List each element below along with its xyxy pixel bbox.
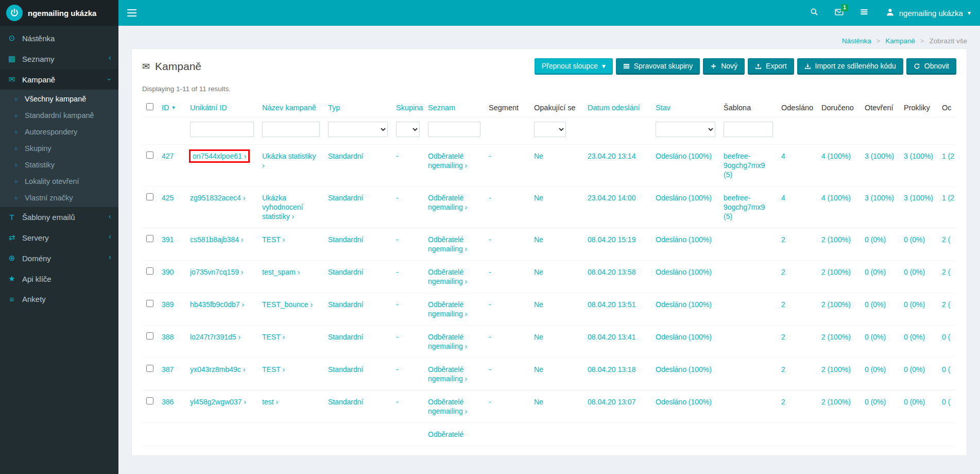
row-checkbox[interactable] <box>146 151 153 159</box>
row-checkbox[interactable] <box>146 267 153 275</box>
link-nazev[interactable]: TEST_bounce › <box>262 300 313 309</box>
column-header-opak: Opakující se <box>530 96 583 117</box>
novy-button[interactable]: Nový <box>703 58 745 75</box>
filter-input-nazev[interactable] <box>262 122 320 137</box>
cell-id: 427 <box>158 145 186 187</box>
table-row: 425zg951832acec4 ›Ukázka vyhodnocení sta… <box>142 187 956 228</box>
sidebar-item-ankety[interactable]: ≡Ankety <box>0 289 118 309</box>
link-nazev[interactable]: TEST › <box>262 333 285 341</box>
link-seznam[interactable]: Odběratelé ngemailing › <box>428 333 467 350</box>
link-nazev[interactable]: test › <box>262 398 278 406</box>
link-nazev[interactable]: TEST › <box>262 235 285 244</box>
sidebar-nav: ⊙Nástěnka▦Seznamy›✉Kampaně›○Všechny kamp… <box>0 26 118 309</box>
sidebar-item-seznamy[interactable]: ▦Seznamy› <box>0 48 118 69</box>
link-seznam[interactable]: Odběratelé ngemailing › <box>428 300 467 318</box>
link-uid[interactable]: lo247t7r391d5 › <box>190 333 240 341</box>
sidebar-item-domeny[interactable]: ⊕Domény› <box>0 248 118 268</box>
link-uid[interactable]: hb435fb9c0db7 › <box>190 300 244 309</box>
table-row: 389hb435fb9c0db7 ›TEST_bounce ›Standardn… <box>142 293 956 326</box>
link-seznam[interactable]: Odběratelé ngemailing › <box>428 235 467 253</box>
link-uid[interactable]: jo735vn7cq159 › <box>190 268 244 276</box>
sidebar-item-nastenka[interactable]: ⊙Nástěnka <box>0 28 118 48</box>
link-nazev[interactable]: Ukázka vyhodnocení statistiky › <box>262 194 303 221</box>
breadcrumb-link-nastenka[interactable]: Nástěnka <box>842 37 871 45</box>
filter-cell-typ <box>324 117 392 145</box>
filter-select-stav[interactable] <box>656 122 715 137</box>
sidebar-subitem-vlastni-znacky[interactable]: ○Vlastní značky <box>0 190 118 206</box>
user-menu[interactable]: ngemailing ukázka ▾ <box>876 0 980 26</box>
sidebar-subitem-statistiky[interactable]: ○Statistiky <box>0 157 118 173</box>
prepnout-sloupce-button[interactable]: Přepnout sloupce▾ <box>535 58 613 75</box>
cell-opak: Ne <box>530 228 583 261</box>
cell-seznam: Odběratelé ngemailing › <box>424 293 485 326</box>
link-seznam[interactable]: Odběratelé ngemailing › <box>428 268 467 285</box>
cell-stav: Odesláno (100%) <box>651 145 719 187</box>
column-header-datum[interactable]: Datum odeslání <box>583 96 651 117</box>
filter-select-typ[interactable] <box>328 122 388 137</box>
chevron-left-icon: › <box>109 234 111 241</box>
sidebar-subitem-autorespondery[interactable]: ○Autorespondery <box>0 124 118 140</box>
link-nazev[interactable]: test_spam › <box>262 268 300 276</box>
cell-stav: Odesláno (100%) <box>651 391 719 423</box>
select-all-checkbox[interactable] <box>146 103 153 110</box>
row-checkbox[interactable] <box>146 365 153 372</box>
messages-button[interactable]: 1 <box>827 0 852 26</box>
spravovat-skupiny-button[interactable]: Spravovat skupiny <box>616 58 700 75</box>
export-button[interactable]: Export <box>748 58 794 75</box>
text-oc: 1 (2 <box>942 194 954 202</box>
column-header-uid[interactable]: Unikátní ID <box>186 96 258 117</box>
sidebar-subitem-vsechny-kampane[interactable]: ○Všechny kampaně <box>0 91 118 107</box>
sidebar-item-sablony-emailu[interactable]: TŠablony emailů› <box>0 207 118 227</box>
row-checkbox[interactable] <box>146 300 153 307</box>
link-seznam[interactable]: Odběratelé ngemailing › <box>428 398 467 415</box>
filter-select-skupina[interactable] <box>396 122 420 137</box>
link-sablona[interactable]: beefree-9ogchg7mx9 (5) <box>724 152 765 179</box>
column-header-sablona: Šablona <box>719 96 777 117</box>
search-button[interactable] <box>802 0 827 26</box>
sidebar-subitem-lokality-otevreni[interactable]: ○Lokality otevření <box>0 173 118 190</box>
column-header-stav[interactable]: Stav <box>651 96 719 117</box>
sidebar-toggle-button[interactable] <box>118 0 145 26</box>
sidebar-item-kampane[interactable]: ✉Kampaně› <box>0 69 118 90</box>
link-seznam[interactable]: Odběratelé ngemailing › <box>428 365 467 383</box>
column-header-skupina[interactable]: Skupina <box>392 96 424 117</box>
sidebar-subitem-standardni-kampane[interactable]: ○Standardní kampaně <box>0 107 118 124</box>
brand-logo[interactable]: ngemailing ukázka <box>0 0 118 26</box>
link-seznam[interactable]: Odběratelé ngemailing › <box>428 152 467 170</box>
link-uid[interactable]: cs581b8ajb384 › <box>190 235 244 244</box>
filter-input-uid[interactable] <box>190 122 254 137</box>
filter-input-seznam[interactable] <box>428 122 480 137</box>
sidebar-item-api-klice[interactable]: ★Api klíče <box>0 268 118 289</box>
tasks-button[interactable] <box>852 0 876 26</box>
filter-input-sablona[interactable] <box>724 122 773 137</box>
row-checkbox[interactable] <box>146 193 153 200</box>
sidebar-subitem-skupiny[interactable]: ○Skupiny <box>0 140 118 157</box>
breadcrumb-current: Zobrazit vše <box>929 37 967 45</box>
filter-select-opak[interactable] <box>534 122 566 137</box>
obnovit-button[interactable]: Obnovit <box>906 58 956 75</box>
text-oc: 0 ( <box>942 398 950 406</box>
row-checkbox[interactable] <box>146 235 153 242</box>
link-nazev[interactable]: TEST › <box>262 365 285 374</box>
link-uid[interactable]: zg951832acec4 › <box>190 194 245 202</box>
link-sablona[interactable]: beefree-9ogchg7mx9 (5) <box>724 194 765 221</box>
link-seznam[interactable]: Odběratelé <box>428 430 463 438</box>
link-uid[interactable]: on7544xlpoe61 › <box>193 152 246 160</box>
cell-seznam: Odběratelé ngemailing › <box>424 228 485 261</box>
select-all-header[interactable] <box>142 96 158 117</box>
link-seznam[interactable]: Odběratelé ngemailing › <box>428 194 467 211</box>
column-label: Segment <box>489 104 519 112</box>
column-header-id[interactable]: ID▼ <box>158 96 186 117</box>
row-checkbox[interactable] <box>146 397 153 404</box>
import-ze-sdileneho-kodu-button[interactable]: Import ze sdíleného kódu <box>797 58 903 75</box>
column-header-nazev[interactable]: Název kampaně <box>258 96 324 117</box>
column-header-seznam[interactable]: Seznam <box>424 96 485 117</box>
link-uid[interactable]: yl458g2wgw037 › <box>190 398 246 406</box>
sidebar-item-servery[interactable]: ⇄Servery› <box>0 227 118 248</box>
breadcrumb-link-kampane[interactable]: Kampaně <box>885 37 915 45</box>
column-header-typ[interactable]: Typ <box>324 96 392 117</box>
link-nazev[interactable]: Ukázka statistiky › <box>262 152 316 170</box>
link-uid[interactable]: yx043rz8mb49c › <box>190 365 245 374</box>
cell-typ: Standardní <box>324 293 392 326</box>
row-checkbox[interactable] <box>146 332 153 340</box>
